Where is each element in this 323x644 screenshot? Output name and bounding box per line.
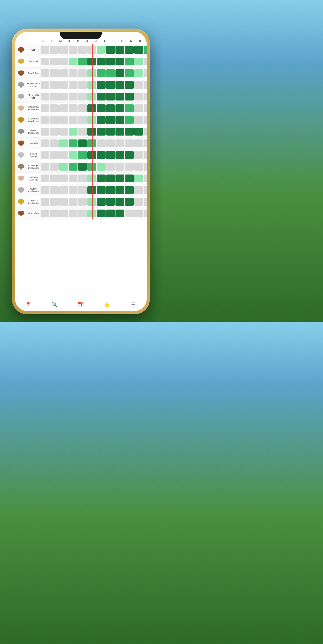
- phone-wrapper: JFMAMJJASOND Cep Chanterelle Bay Bolete …: [12, 29, 150, 314]
- map-icon: 📍: [25, 301, 31, 308]
- month-label: J: [83, 39, 92, 43]
- season-cell: [87, 69, 96, 77]
- svg-rect-10: [20, 84, 22, 88]
- season-cell: [115, 198, 124, 206]
- month-label: A: [100, 39, 109, 43]
- season-cell: [106, 116, 115, 124]
- season-cell: [87, 210, 96, 217]
- season-cell: [87, 81, 96, 89]
- nav-search[interactable]: 🔍: [41, 298, 68, 311]
- season-cell: [115, 210, 124, 217]
- month-label: F: [47, 39, 56, 43]
- mushroom-row[interactable]: Pine bolete: [15, 208, 147, 219]
- nav-map[interactable]: 📍: [15, 298, 41, 311]
- month-label: M: [56, 39, 65, 43]
- mushroom-row[interactable]: Chanterelle: [15, 56, 147, 68]
- season-cell: [115, 175, 124, 182]
- season-cell: [106, 81, 115, 89]
- season-cell: [97, 116, 106, 124]
- season-cell: [134, 46, 143, 54]
- season-cell: [69, 139, 77, 147]
- season-cell: [115, 58, 124, 65]
- season-cell: [106, 151, 115, 159]
- mushroom-name: Caesar's mushroom: [27, 199, 40, 204]
- season-cell: [134, 186, 143, 194]
- months-grid: [40, 45, 147, 55]
- mushroom-row[interactable]: Agaricus silvaticus: [15, 173, 147, 184]
- mushroom-icon: [16, 57, 26, 66]
- month-label: S: [109, 39, 118, 43]
- season-cell: [69, 175, 77, 182]
- months-grid: [40, 138, 147, 148]
- mushroom-name: Pine bolete: [27, 212, 40, 215]
- season-cell: [134, 210, 143, 217]
- months-grid: [40, 209, 147, 218]
- mushroom-name: Macrolepiota procera: [27, 82, 40, 88]
- season-cell: [50, 210, 59, 217]
- season-cell: [87, 93, 96, 100]
- nav-menu[interactable]: ☰: [120, 298, 146, 311]
- season-cell: [97, 46, 106, 54]
- season-cell: [69, 210, 77, 217]
- mushroom-row[interactable]: Bay Bolete: [15, 68, 147, 79]
- mushroom-row[interactable]: Bloody Milk Cap: [15, 91, 147, 103]
- months-grid: [40, 185, 147, 195]
- mushroom-icon: [16, 45, 26, 55]
- season-cell: [125, 46, 134, 54]
- season-cell: [69, 163, 77, 171]
- season-cell: [59, 186, 68, 194]
- season-cell: [41, 163, 49, 171]
- nav-calendar[interactable]: 📅: [68, 298, 94, 311]
- mushroom-row[interactable]: Craterellus tubaeformis: [15, 114, 147, 126]
- mushroom-icon: [16, 115, 26, 125]
- season-cell: [59, 81, 68, 89]
- month-label: D: [136, 39, 145, 43]
- mushroom-row[interactable]: Cep: [15, 44, 147, 56]
- nav-favorites[interactable]: ⭐: [94, 298, 120, 311]
- season-cell: [59, 116, 68, 124]
- season-cell: [144, 93, 147, 100]
- season-cell: [69, 198, 77, 206]
- season-cell: [134, 198, 143, 206]
- mushroom-row[interactable]: Oyster Mushroom: [15, 126, 147, 138]
- season-cell: [125, 58, 134, 65]
- season-cell: [59, 128, 68, 136]
- season-cell: [125, 93, 134, 100]
- svg-rect-40: [20, 201, 22, 205]
- svg-rect-1: [20, 49, 22, 53]
- season-cell: [125, 210, 134, 217]
- season-cell: [41, 93, 49, 100]
- mushroom-row[interactable]: Gypsy mushroom: [15, 184, 147, 196]
- favorites-icon: ⭐: [104, 301, 110, 308]
- season-cell: [87, 175, 96, 182]
- season-cell: [41, 186, 49, 194]
- season-cell: [78, 175, 87, 182]
- season-cell: [115, 163, 124, 171]
- season-cell: [134, 104, 143, 112]
- mushroom-row[interactable]: Scotch bonnet: [15, 149, 147, 161]
- season-cell: [144, 139, 147, 147]
- season-cell: [87, 128, 96, 136]
- mushroom-row[interactable]: St. George's mushroom: [15, 161, 147, 173]
- season-cell: [69, 58, 77, 65]
- mushroom-row[interactable]: Caesar's mushroom: [15, 196, 147, 208]
- season-cell: [50, 128, 59, 136]
- mushroom-row[interactable]: Hedgehog Mushroom: [15, 103, 147, 114]
- season-cell: [87, 58, 96, 65]
- mushroom-row[interactable]: Morchella: [15, 138, 147, 149]
- month-header: JFMAMJJASOND: [15, 39, 147, 44]
- mushroom-row[interactable]: Macrolepiota procera: [15, 79, 147, 91]
- season-cell: [97, 81, 106, 89]
- phone-screen: JFMAMJJASOND Cep Chanterelle Bay Bolete …: [15, 32, 147, 311]
- season-cell: [115, 128, 124, 136]
- svg-rect-16: [20, 108, 22, 111]
- season-cell: [106, 139, 115, 147]
- mushroom-icon: [16, 173, 26, 183]
- season-cell: [50, 104, 59, 112]
- season-cell: [59, 46, 68, 54]
- season-cell: [78, 186, 87, 194]
- calendar-icon: 📅: [77, 301, 84, 308]
- season-cell: [134, 69, 143, 77]
- season-cell: [59, 69, 68, 77]
- season-cell: [59, 151, 68, 159]
